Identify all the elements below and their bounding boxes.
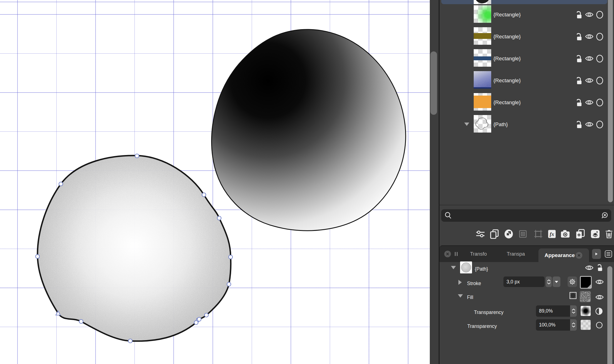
layers-scrollbar[interactable] [608, 0, 613, 202]
frame-icon[interactable] [534, 230, 543, 239]
visibility-eye-icon[interactable] [585, 265, 593, 271]
stroke-visibility-eye-icon[interactable] [595, 279, 604, 285]
object-transparency-thumbnail[interactable] [581, 320, 591, 330]
collapse-triangle-icon[interactable] [458, 294, 463, 298]
canvas-vertical-scrollbar[interactable] [430, 51, 437, 115]
tab-transform[interactable]: Transfo [470, 251, 487, 257]
fill-type-circle-icon [571, 293, 575, 298]
layer-name[interactable]: {Rectangle} [493, 56, 521, 62]
right-panel: {Rectangle} {Rectangle} {Rectangle} [440, 0, 614, 364]
stroke-width-stepper[interactable] [546, 276, 552, 287]
layer-name[interactable]: {Rectangle} [493, 12, 521, 18]
adjust-sliders-icon[interactable] [476, 230, 485, 238]
fill-transparency-thumbnail[interactable] [581, 306, 591, 316]
visibility-eye-icon[interactable] [585, 78, 593, 83]
visibility-eye-icon[interactable] [585, 56, 593, 61]
layer-row[interactable]: {Rectangle} [441, 26, 609, 48]
panel-drag-handle[interactable] [455, 252, 458, 256]
stroke-width-value: 3,0 px [503, 276, 545, 287]
canvas-shapes [0, 0, 430, 364]
stroke-color-swatch[interactable] [580, 276, 591, 288]
snapshot-camera-icon[interactable] [561, 230, 570, 238]
fill-type-button[interactable] [570, 292, 576, 299]
visibility-eye-icon[interactable] [585, 99, 593, 105]
object-transparency-field[interactable]: 100,0% [536, 319, 577, 331]
panel-close-button[interactable] [444, 251, 451, 257]
layer-name[interactable]: {Rectangle} [493, 78, 521, 84]
appearance-scrollbar[interactable] [607, 266, 612, 364]
layer-thumbnail-blue-noise [474, 71, 491, 89]
object-transparency-stepper[interactable] [570, 319, 577, 331]
stroke-width-field[interactable]: 3,0 px [503, 276, 545, 287]
layer-row[interactable]: {Rectangle} [441, 4, 609, 26]
appearance-object-row[interactable]: {Path} [440, 261, 607, 276]
search-input[interactable] [452, 213, 601, 218]
unlock-icon[interactable] [595, 264, 603, 271]
object-thumbnail [460, 261, 472, 273]
canvas[interactable] [0, 0, 430, 364]
unlock-icon[interactable] [574, 120, 583, 129]
fill-transparency-field[interactable]: 89,0% [536, 305, 577, 317]
expand-triangle-icon[interactable] [464, 123, 469, 126]
tab-overflow-button[interactable] [592, 249, 601, 259]
fill-visibility-eye-icon[interactable] [595, 294, 604, 300]
visibility-eye-icon[interactable] [585, 12, 593, 18]
half-circle-contrast-icon[interactable] [595, 307, 603, 315]
noise-ellipse-shape [35, 152, 234, 345]
layer-name[interactable]: {Rectangle} [493, 99, 521, 106]
unlock-icon[interactable] [574, 33, 583, 41]
layer-row[interactable]: {Rectangle} [441, 69, 609, 91]
unlock-icon[interactable] [574, 54, 583, 63]
layer-name[interactable]: {Path} [493, 121, 508, 128]
menu-list-icon [605, 250, 612, 258]
fill-transparency-label: Transparency [474, 310, 503, 315]
circle-toggle-icon[interactable] [596, 120, 603, 129]
unlock-icon[interactable] [574, 98, 583, 107]
duplicate-icon[interactable] [490, 229, 500, 239]
unlock-icon[interactable] [574, 11, 583, 19]
circle-toggle-icon[interactable] [596, 54, 603, 63]
merge-layers-icon[interactable] [591, 229, 600, 239]
fill-pattern-swatch[interactable] [580, 291, 590, 302]
expand-triangle-icon[interactable] [458, 280, 462, 285]
layer-name[interactable]: {Rectangle} [493, 34, 521, 40]
object-name: {Path} [475, 266, 488, 272]
search-clear-icon[interactable] [601, 212, 608, 220]
appearance-fill-row[interactable]: Fill [440, 290, 607, 304]
panel-menu-button[interactable] [604, 249, 613, 259]
delete-trash-icon[interactable] [605, 229, 613, 239]
close-icon [446, 252, 449, 256]
circle-outline-icon[interactable] [596, 321, 603, 329]
stroke-settings-button[interactable] [568, 276, 577, 287]
layer-search-box[interactable] [441, 209, 611, 222]
stroke-presets-dropdown[interactable] [553, 276, 560, 287]
visibility-eye-icon[interactable] [585, 34, 593, 39]
fill-transparency-stepper[interactable] [570, 305, 577, 317]
close-icon [577, 254, 581, 257]
effects-fx-icon[interactable]: fx [548, 230, 556, 239]
fill-transparency-row[interactable]: Transparency 89,0% [440, 305, 607, 319]
object-transparency-row[interactable]: Transparency 100,0% [440, 319, 607, 333]
layer-row[interactable]: {Rectangle} [441, 91, 609, 113]
layer-thumbnail-green [474, 5, 491, 23]
circle-toggle-icon[interactable] [596, 33, 603, 41]
circle-toggle-icon[interactable] [596, 98, 603, 107]
circle-toggle-icon[interactable] [596, 11, 603, 19]
unlock-icon[interactable] [574, 76, 583, 85]
select-group-icon[interactable] [518, 229, 528, 239]
layer-row-path[interactable]: {Path} [441, 113, 609, 135]
layer-thumbnail-orange [474, 93, 491, 111]
tab-close-button[interactable] [576, 252, 582, 259]
tab-transparency[interactable]: Transpa [507, 251, 525, 257]
circle-toggle-icon[interactable] [596, 76, 603, 85]
layer-row[interactable]: {Rectangle} [441, 48, 609, 69]
tab-appearance-label: Appearance [545, 252, 575, 258]
tab-appearance[interactable]: Appearance [538, 248, 589, 262]
collapse-triangle-icon[interactable] [451, 266, 456, 269]
visibility-eye-icon[interactable] [585, 121, 593, 127]
appearance-stroke-row[interactable]: Stroke 3,0 px [440, 276, 607, 290]
swap-shapes-icon[interactable] [504, 229, 513, 239]
fill-label: Fill [467, 295, 473, 300]
add-copy-icon[interactable] [575, 229, 585, 239]
layers-toolbar: fx [440, 228, 614, 240]
